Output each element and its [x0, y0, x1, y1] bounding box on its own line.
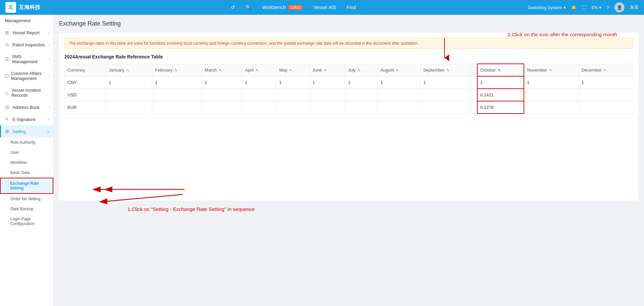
sidebar-item-patrol-inspection[interactable]: ⊙ Patrol Inspection › [0, 39, 53, 51]
sidebar: Management ⊞ Vessel Report › ⊙ Patrol In… [0, 15, 54, 306]
sidebar-item-vessel-incident[interactable]: △ Vessel Incident Records [0, 84, 53, 101]
col-august[interactable]: August ✎ [378, 64, 421, 76]
sidebar-sub-login-page-config[interactable]: Login Page Configuration [0, 214, 53, 229]
notification-icon[interactable]: 🔔 [571, 5, 577, 10]
cell-month-8 [420, 101, 477, 114]
table-row: CNY111111111111 [65, 76, 633, 89]
avatar[interactable]: 👤 [614, 2, 625, 12]
col-march[interactable]: March ✎ [202, 64, 242, 76]
nav-vessel-ais[interactable]: Vessel AIS [314, 5, 336, 10]
cell-month-0 [106, 89, 152, 101]
cell-month-4 [276, 89, 310, 101]
cell-month-0 [106, 101, 152, 114]
cell-currency: EUR [65, 101, 106, 114]
e-signature-icon: ✎ [5, 117, 10, 122]
col-june[interactable]: June ✎ [310, 64, 345, 76]
sidebar-item-e-signature[interactable]: ✎ E-Signature › [0, 113, 53, 125]
cell-month-2 [202, 89, 242, 101]
cell-month-3: 1 [242, 76, 276, 89]
sidebar-item-setting[interactable]: ⚙ Setting ∨ [0, 125, 53, 137]
annotation-bottom-text: 1.Click on "Setting - Exchange Rate Sett… [127, 206, 255, 212]
cell-month-11: 1 [579, 76, 633, 89]
cell-month-2 [202, 101, 242, 114]
sidebar-sub-user[interactable]: User [0, 147, 53, 158]
cell-month-5 [310, 101, 345, 114]
main-layout: Management ⊞ Vessel Report › ⊙ Patrol In… [0, 15, 644, 306]
sidebar-sub-date-backup[interactable]: Date Backup [0, 204, 53, 214]
sidebar-sub-basic-data[interactable]: Basic Data › [0, 168, 53, 178]
cell-month-3 [242, 101, 276, 114]
switch-system-button[interactable]: Switching System ▾ [528, 5, 566, 10]
cell-month-7: 1 [378, 76, 421, 89]
col-april[interactable]: April ✎ [242, 64, 276, 76]
cell-month-6 [345, 89, 378, 101]
col-january[interactable]: January ✎ [106, 64, 152, 76]
logo-area: 互 互海科技 [5, 2, 59, 13]
nav-workbench[interactable]: Workbench 13918 [262, 5, 303, 10]
cell-month-10 [524, 101, 579, 114]
workbench-badge: 13918 [288, 5, 303, 10]
nav-back-button[interactable]: ↺ [231, 5, 235, 10]
nav-right: Switching System ▾ 🔔 ⛶ EN ▾ ? 👤 朱某 [528, 2, 639, 12]
cell-month-1 [152, 89, 202, 101]
help-icon[interactable]: ? [607, 5, 609, 10]
table-title: 2024Annual Exchange Rate Reference Table [64, 54, 633, 59]
address-book-icon: ⊟ [5, 104, 10, 110]
col-september[interactable]: September ✎ [420, 64, 477, 76]
cell-month-7 [378, 101, 421, 114]
col-currency: Currency [65, 64, 106, 76]
sidebar-item-sms-management[interactable]: ☰ SMS Management › [0, 51, 53, 68]
cell-month-9: 0.1278 [477, 101, 524, 114]
sidebar-sub-role-authority[interactable]: Role Authority [0, 137, 53, 147]
table-row: EUR0.1278 [65, 101, 633, 114]
nav-center: ↺ 🔍 Workbench 13918 Vessel AIS Find [59, 5, 528, 10]
content-card: The exchange rates in this table are use… [59, 33, 639, 201]
patrol-inspection-icon: ⊙ [5, 42, 10, 47]
cell-month-4: 1 [276, 76, 310, 89]
logo-icon: 互 [5, 2, 16, 13]
content-area: Exchange Rate Setting The exchange rates… [54, 15, 644, 306]
sidebar-management-label: Management [0, 15, 53, 27]
nav-search-icon[interactable]: 🔍 [246, 5, 251, 10]
user-name: 朱某 [630, 4, 639, 10]
col-february[interactable]: February ✎ [152, 64, 202, 76]
table-row: USD0.1421 [65, 89, 633, 101]
cell-month-11 [579, 89, 633, 101]
cell-month-3 [242, 89, 276, 101]
cell-month-1: 1 [152, 76, 202, 89]
fullscreen-icon[interactable]: ⛶ [582, 5, 586, 10]
cell-month-4 [276, 101, 310, 114]
vessel-incident-icon: △ [5, 90, 9, 95]
info-banner: The exchange rates in this table are use… [64, 38, 633, 49]
page-title: Exchange Rate Setting [59, 20, 639, 27]
top-navigation: 互 互海科技 ↺ 🔍 Workbench 13918 Vessel AIS Fi… [0, 0, 644, 15]
sidebar-item-vessel-report[interactable]: ⊞ Vessel Report › [0, 27, 53, 39]
nav-find[interactable]: Find [346, 5, 356, 10]
col-july[interactable]: July ✎ [345, 64, 378, 76]
col-november[interactable]: November ✎ [524, 64, 579, 76]
cell-month-10 [524, 89, 579, 101]
cell-currency: CNY [65, 76, 106, 89]
cell-month-11 [579, 101, 633, 114]
sidebar-item-address-book[interactable]: ⊟ Address Book › [0, 101, 53, 113]
customs-affairs-icon: ⊡ [5, 73, 9, 79]
cell-currency: USD [65, 89, 106, 101]
brand-name: 互海科技 [19, 4, 40, 11]
sidebar-sub-order-no-setting[interactable]: Order No Setting [0, 194, 53, 204]
cell-month-2: 1 [202, 76, 242, 89]
sidebar-sub-workflow[interactable]: Workflow [0, 158, 53, 168]
col-december[interactable]: December ✎ [579, 64, 633, 76]
setting-icon: ⚙ [5, 129, 10, 134]
col-may[interactable]: May ✎ [276, 64, 310, 76]
sidebar-sub-exchange-rate-setting[interactable]: Exchange Rate Setting [0, 178, 53, 194]
col-october[interactable]: October ✎ [477, 64, 524, 76]
cell-month-8 [420, 89, 477, 101]
cell-month-6: 1 [345, 76, 378, 89]
cell-month-9: 0.1421 [477, 89, 524, 101]
sidebar-item-customs-affairs[interactable]: ⊡ Customs Affairs Management › [0, 68, 53, 84]
language-selector[interactable]: EN ▾ [592, 5, 601, 10]
cell-month-9: 1 [477, 76, 524, 89]
cell-month-1 [152, 101, 202, 114]
cell-month-10: 1 [524, 76, 579, 89]
cell-month-7 [378, 89, 421, 101]
